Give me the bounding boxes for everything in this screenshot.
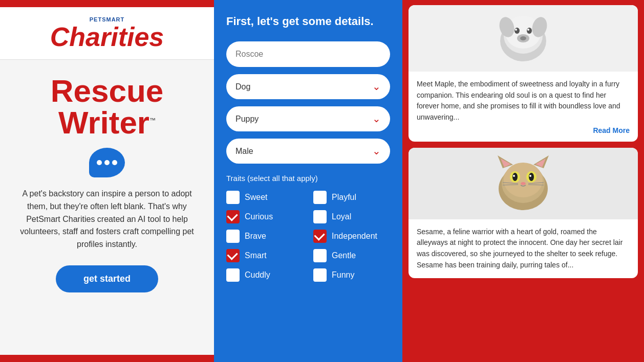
trait-item-sweet[interactable]: Sweet bbox=[226, 191, 303, 204]
right-panel: Meet Maple, the embodiment of sweetness … bbox=[402, 0, 644, 362]
trait-checkbox-independent[interactable] bbox=[313, 230, 327, 243]
svg-point-17 bbox=[504, 163, 543, 197]
gender-select-wrapper: Male Female ⌄ bbox=[226, 139, 390, 164]
species-select[interactable]: Dog Cat Rabbit Bird bbox=[226, 74, 390, 99]
get-started-button[interactable]: get started bbox=[56, 265, 158, 292]
pet-name-input[interactable] bbox=[226, 41, 390, 67]
top-red-bar bbox=[0, 0, 214, 7]
maple-card-text: Meet Maple, the embodiment of sweetness … bbox=[417, 79, 630, 123]
trait-item-cuddly[interactable]: Cuddly bbox=[226, 268, 303, 282]
pet-card-sesame: Sesame, a feline warrior with a heart of… bbox=[409, 148, 638, 278]
trait-item-loyal[interactable]: Loyal bbox=[313, 210, 390, 223]
svg-point-21 bbox=[529, 173, 534, 181]
trait-label-sweet: Sweet bbox=[245, 193, 267, 202]
trait-label-independent: Independent bbox=[332, 232, 377, 241]
bottom-red-bar bbox=[0, 355, 214, 362]
chat-dots bbox=[97, 160, 117, 165]
left-content: Rescue Writer™ A pet's backstory can ins… bbox=[0, 60, 214, 355]
trait-item-independent[interactable]: Independent bbox=[313, 230, 390, 243]
trait-item-smart[interactable]: Smart bbox=[226, 249, 303, 262]
form-title: First, let's get some details. bbox=[226, 14, 390, 29]
species-select-wrapper: Dog Cat Rabbit Bird ⌄ bbox=[226, 74, 390, 99]
dot-2 bbox=[104, 160, 110, 165]
description-text: A pet's backstory can inspire a person t… bbox=[15, 188, 199, 251]
rescue-word: Rescue bbox=[51, 75, 164, 107]
maple-read-more-link[interactable]: Read More bbox=[417, 126, 630, 134]
sesame-card-content: Sesame, a feline warrior with a heart of… bbox=[409, 219, 638, 278]
dog-svg bbox=[492, 8, 554, 69]
trait-label-cuddly: Cuddly bbox=[245, 270, 270, 280]
svg-point-24 bbox=[521, 182, 526, 185]
svg-point-5 bbox=[514, 28, 520, 34]
svg-point-8 bbox=[520, 36, 526, 40]
gender-select[interactable]: Male Female bbox=[226, 139, 390, 164]
trait-label-curious: Curious bbox=[245, 212, 273, 221]
trait-item-funny[interactable]: Funny bbox=[313, 268, 390, 282]
dot-3 bbox=[112, 160, 117, 165]
charities-title: Charities bbox=[50, 24, 164, 50]
maple-dog-image bbox=[409, 5, 638, 72]
trait-checkbox-playful[interactable] bbox=[313, 191, 327, 204]
svg-point-9 bbox=[515, 29, 517, 31]
tm-mark: ™ bbox=[149, 117, 156, 124]
trait-checkbox-loyal[interactable] bbox=[313, 210, 327, 223]
left-panel: PETSMART Charities Rescue Writer™ A pet'… bbox=[0, 0, 214, 362]
middle-panel: First, let's get some details. Dog Cat R… bbox=[214, 0, 402, 362]
dot-1 bbox=[97, 160, 102, 165]
age-select[interactable]: Puppy Young Adult Senior bbox=[226, 106, 390, 131]
chat-icon-container bbox=[89, 148, 125, 177]
trait-label-funny: Funny bbox=[332, 270, 354, 280]
trait-label-gentle: Gentle bbox=[332, 251, 356, 260]
trait-checkbox-brave[interactable] bbox=[226, 230, 240, 243]
traits-label: Traits (select all that apply) bbox=[226, 174, 390, 183]
cat-svg bbox=[492, 150, 554, 217]
trait-checkbox-cuddly[interactable] bbox=[226, 268, 240, 282]
sesame-card-text: Sesame, a feline warrior with a heart of… bbox=[417, 227, 630, 271]
pet-card-maple: Meet Maple, the embodiment of sweetness … bbox=[409, 5, 638, 142]
trait-checkbox-funny[interactable] bbox=[313, 268, 327, 282]
trait-item-playful[interactable]: Playful bbox=[313, 191, 390, 204]
age-select-wrapper: Puppy Young Adult Senior ⌄ bbox=[226, 106, 390, 131]
maple-card-content: Meet Maple, the embodiment of sweetness … bbox=[409, 72, 638, 142]
hero-title: Rescue Writer™ bbox=[51, 75, 164, 139]
trait-checkbox-curious[interactable] bbox=[226, 210, 240, 223]
svg-point-20 bbox=[512, 173, 518, 181]
svg-point-6 bbox=[527, 28, 532, 34]
trait-label-smart: Smart bbox=[245, 251, 267, 260]
chat-bubble-icon bbox=[89, 148, 125, 177]
trait-item-brave[interactable]: Brave bbox=[226, 230, 303, 243]
trait-checkbox-sweet[interactable] bbox=[226, 191, 240, 204]
trait-checkbox-gentle[interactable] bbox=[313, 249, 327, 262]
svg-point-23 bbox=[529, 175, 531, 177]
writer-word: Writer™ bbox=[51, 107, 164, 139]
svg-point-22 bbox=[513, 175, 515, 177]
trait-label-loyal: Loyal bbox=[332, 212, 351, 221]
traits-grid: SweetPlayfulCuriousLoyalBraveIndependent… bbox=[226, 191, 390, 282]
svg-point-10 bbox=[527, 29, 529, 31]
trait-item-curious[interactable]: Curious bbox=[226, 210, 303, 223]
trait-label-brave: Brave bbox=[245, 232, 266, 241]
trait-checkbox-smart[interactable] bbox=[226, 249, 240, 262]
trait-item-gentle[interactable]: Gentle bbox=[313, 249, 390, 262]
sesame-cat-image bbox=[409, 148, 638, 219]
logo-area: PETSMART Charities bbox=[0, 7, 214, 60]
trait-label-playful: Playful bbox=[332, 193, 356, 202]
